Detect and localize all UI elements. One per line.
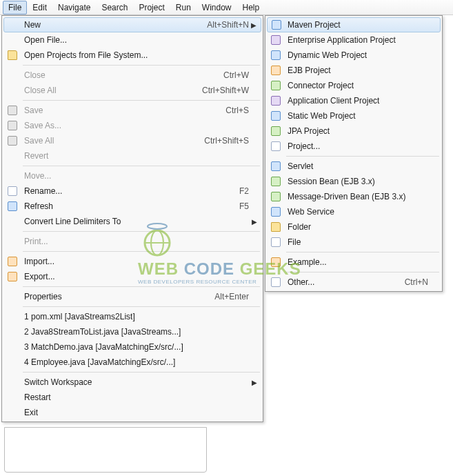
menu-separator: [23, 100, 260, 101]
blue-icon: [270, 160, 282, 172]
new-jpa[interactable]: JPA Project: [267, 123, 441, 139]
new-static-web[interactable]: Static Web Project: [267, 108, 441, 123]
new-example[interactable]: Example...: [267, 255, 441, 270]
menu-separator: [23, 231, 260, 232]
new-mdb[interactable]: Message-Driven Bean (EJB 3.x): [267, 189, 441, 204]
menu-label: Enterprise Application Project: [288, 35, 438, 45]
menu-close[interactable]: CloseCtrl+W: [3, 68, 261, 83]
menubar-item-window[interactable]: Window: [197, 1, 237, 14]
menu-shortcut: Ctrl+W: [223, 70, 259, 80]
menu-label: 3 MatchDemo.java [JavaMatchingEx/src/...…: [24, 342, 259, 352]
new-maven[interactable]: Maven Project: [267, 17, 441, 32]
orange-icon: [270, 256, 282, 268]
new-ear[interactable]: Enterprise Application Project: [267, 32, 441, 48]
menu-new[interactable]: NewAlt+Shift+N▶: [3, 17, 261, 32]
submenu-arrow-icon: ▶: [252, 218, 257, 226]
menu-save[interactable]: SaveCtrl+S: [3, 103, 261, 118]
menu-label: Save: [24, 106, 217, 115]
menu-separator: [23, 286, 260, 287]
editor-panel: [4, 427, 207, 473]
menubar-item-help[interactable]: Help: [237, 1, 265, 14]
menu-shortcut: Alt+Enter: [214, 292, 259, 301]
new-session-bean[interactable]: Session Bean (EJB 3.x): [267, 174, 441, 189]
submenu-arrow-icon: ▶: [251, 21, 256, 29]
new-project[interactable]: Project...: [267, 139, 441, 154]
menubar-item-search[interactable]: Search: [96, 1, 133, 14]
menu-export[interactable]: Export...: [3, 269, 261, 284]
menu-exit[interactable]: Exit: [3, 405, 261, 420]
menu-label: Restart: [24, 393, 259, 402]
menu-label: Dynamic Web Project: [288, 50, 438, 60]
menu-label: Project...: [288, 141, 438, 151]
menu-label: Static Web Project: [288, 111, 438, 121]
menu-shortcut: Ctrl+Shift+W: [202, 86, 259, 95]
menu-properties[interactable]: PropertiesAlt+Enter: [3, 289, 261, 304]
menu-label: Refresh: [24, 201, 231, 211]
menu-label: Revert: [24, 151, 259, 161]
blue-icon: [270, 19, 283, 31]
gray-icon: [6, 119, 19, 132]
menu-switch-ws[interactable]: Switch Workspace▶: [3, 375, 261, 390]
menu-refresh[interactable]: RefreshF5: [3, 199, 261, 214]
blue-icon: [270, 110, 282, 122]
doc-icon: [270, 140, 282, 152]
menubar-item-file[interactable]: File: [3, 1, 27, 14]
menu-label: 4 Employee.java [JavaMatchingEx/src/...]: [24, 357, 259, 367]
menu-separator: [23, 306, 260, 307]
menu-move[interactable]: Move...: [3, 168, 261, 184]
menu-label: Switch Workspace: [24, 377, 259, 387]
menu-label: Open Projects from File System...: [24, 50, 259, 60]
menu-label: Web Service: [288, 207, 438, 217]
menu-import[interactable]: Import...: [3, 254, 261, 269]
new-servlet[interactable]: Servlet: [267, 159, 441, 174]
menu-open-projects[interactable]: Open Projects from File System...: [3, 48, 261, 63]
menubar-item-edit[interactable]: Edit: [27, 1, 52, 14]
menu-label: Servlet: [288, 161, 438, 171]
menu-label: Import...: [24, 257, 259, 266]
blue-icon: [270, 49, 282, 61]
menu-shortcut: F5: [239, 201, 259, 211]
menu-recent-2[interactable]: 2 Java8StreamToList.java [JavaStreams...…: [3, 324, 261, 339]
menu-separator: [286, 252, 439, 252]
submenu-arrow-icon: ▶: [252, 379, 257, 386]
orange-icon: [270, 64, 282, 77]
menu-revert[interactable]: Revert: [3, 148, 261, 163]
new-app-client[interactable]: Application Client Project: [267, 93, 441, 108]
menu-print[interactable]: Print...: [3, 234, 261, 249]
new-webservice[interactable]: Web Service: [267, 204, 441, 219]
menu-restart[interactable]: Restart: [3, 390, 261, 405]
menu-shortcut: Ctrl+Shift+S: [204, 136, 259, 146]
new-ejb[interactable]: EJB Project: [267, 63, 441, 78]
menu-label: Session Bean (EJB 3.x): [288, 177, 438, 186]
menu-recent-4[interactable]: 4 Employee.java [JavaMatchingEx/src/...]: [3, 355, 261, 370]
menu-label: Open File...: [24, 35, 259, 45]
menu-label: Close All: [24, 86, 194, 95]
menubar-item-navigate[interactable]: Navigate: [52, 1, 96, 14]
menu-save-all[interactable]: Save AllCtrl+Shift+S: [3, 133, 261, 148]
file-menu: NewAlt+Shift+N▶Open File...Open Projects…: [1, 15, 263, 422]
menu-label: Print...: [24, 237, 259, 246]
menu-separator: [23, 372, 260, 373]
menu-label: Exit: [24, 408, 259, 417]
menu-label: Move...: [24, 171, 259, 181]
menu-save-as[interactable]: Save As...: [3, 118, 261, 133]
menu-label: Message-Driven Bean (EJB 3.x): [288, 192, 438, 201]
menu-recent-1[interactable]: 1 pom.xml [JavaStreams2List]: [3, 309, 261, 324]
menu-label: Other...: [288, 277, 396, 287]
menu-recent-3[interactable]: 3 MatchDemo.java [JavaMatchingEx/src/...…: [3, 339, 261, 355]
doc-icon: [270, 276, 282, 288]
new-folder[interactable]: Folder: [267, 219, 441, 235]
menu-open-file[interactable]: Open File...: [3, 32, 261, 48]
new-file[interactable]: File: [267, 235, 441, 250]
new-dynamic-web[interactable]: Dynamic Web Project: [267, 48, 441, 63]
menubar-item-project[interactable]: Project: [133, 1, 170, 14]
menubar-item-run[interactable]: Run: [170, 1, 197, 14]
menu-convert-delim[interactable]: Convert Line Delimiters To▶: [3, 214, 261, 229]
new-other[interactable]: Other...Ctrl+N: [267, 275, 441, 290]
menu-label: 2 Java8StreamToList.java [JavaStreams...…: [24, 327, 259, 337]
menu-rename[interactable]: Rename...F2: [3, 184, 261, 199]
menu-close-all[interactable]: Close AllCtrl+Shift+W: [3, 83, 261, 98]
green-icon: [270, 190, 282, 203]
new-connector[interactable]: Connector Project: [267, 78, 441, 93]
green-icon: [270, 175, 282, 188]
